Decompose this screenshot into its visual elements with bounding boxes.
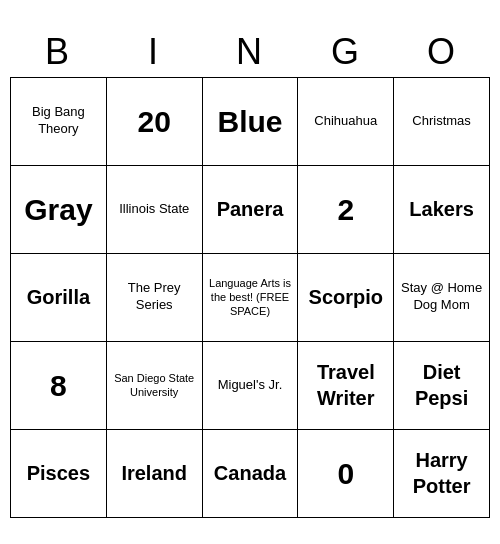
cell-text: Pisces (27, 460, 90, 486)
bingo-cell: Ireland (107, 430, 203, 518)
cell-text: Christmas (412, 113, 471, 130)
cell-text: Chihuahua (314, 113, 377, 130)
cell-text: Ireland (121, 460, 187, 486)
cell-text: Harry Potter (398, 447, 485, 499)
cell-text: 20 (138, 102, 171, 141)
header-letter: B (10, 27, 106, 77)
header-letter: I (106, 27, 202, 77)
bingo-cell: Blue (203, 78, 299, 166)
cell-text: Language Arts is the best! (FREE SPACE) (207, 276, 294, 319)
header-letter: O (394, 27, 490, 77)
bingo-cell: Gray (11, 166, 107, 254)
cell-text: Scorpio (309, 284, 383, 310)
cell-text: Miguel's Jr. (218, 377, 283, 394)
cell-text: Illinois State (119, 201, 189, 218)
bingo-cell: Big Bang Theory (11, 78, 107, 166)
cell-text: Travel Writer (302, 359, 389, 411)
bingo-cell: 20 (107, 78, 203, 166)
cell-text: Gorilla (27, 284, 90, 310)
cell-text: Lakers (409, 196, 474, 222)
bingo-header: BINGO (10, 27, 490, 77)
bingo-cell: Gorilla (11, 254, 107, 342)
bingo-cell: Canada (203, 430, 299, 518)
bingo-cell: Christmas (394, 78, 490, 166)
cell-text: Panera (217, 196, 284, 222)
header-letter: N (202, 27, 298, 77)
bingo-cell: Diet Pepsi (394, 342, 490, 430)
bingo-cell: 2 (298, 166, 394, 254)
bingo-cell: Chihuahua (298, 78, 394, 166)
header-letter: G (298, 27, 394, 77)
bingo-cell: Scorpio (298, 254, 394, 342)
bingo-cell: Stay @ Home Dog Mom (394, 254, 490, 342)
cell-text: The Prey Series (111, 280, 198, 314)
cell-text: Big Bang Theory (15, 104, 102, 138)
cell-text: Canada (214, 460, 286, 486)
cell-text: Stay @ Home Dog Mom (398, 280, 485, 314)
bingo-cell: The Prey Series (107, 254, 203, 342)
cell-text: Gray (24, 190, 92, 229)
bingo-cell: Lakers (394, 166, 490, 254)
cell-text: 8 (50, 366, 67, 405)
cell-text: 0 (337, 454, 354, 493)
bingo-cell: Pisces (11, 430, 107, 518)
bingo-cell: Travel Writer (298, 342, 394, 430)
bingo-cell: Panera (203, 166, 299, 254)
bingo-cell: 0 (298, 430, 394, 518)
cell-text: Diet Pepsi (398, 359, 485, 411)
bingo-cell: Miguel's Jr. (203, 342, 299, 430)
bingo-grid: Big Bang Theory20BlueChihuahuaChristmasG… (10, 77, 490, 518)
bingo-cell: Harry Potter (394, 430, 490, 518)
bingo-cell: 8 (11, 342, 107, 430)
bingo-cell: San Diego State University (107, 342, 203, 430)
cell-text: Blue (217, 102, 282, 141)
bingo-card: BINGO Big Bang Theory20BlueChihuahuaChri… (10, 27, 490, 518)
cell-text: 2 (337, 190, 354, 229)
bingo-cell: Language Arts is the best! (FREE SPACE) (203, 254, 299, 342)
cell-text: San Diego State University (111, 371, 198, 400)
bingo-cell: Illinois State (107, 166, 203, 254)
